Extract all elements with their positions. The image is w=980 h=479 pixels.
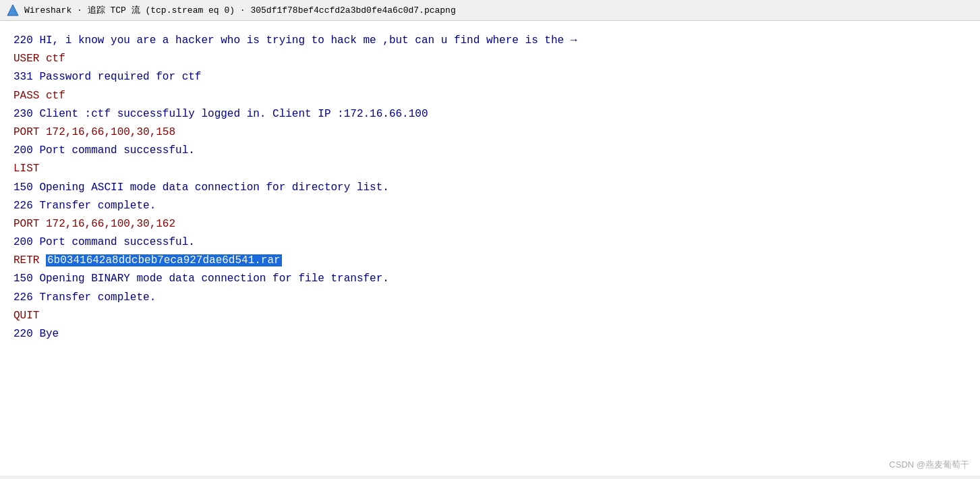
stream-line: 331 Password required for ctf [13, 68, 967, 86]
title-bar-text: Wireshark · 追踪 TCP 流 (tcp.stream eq 0) ·… [24, 4, 456, 16]
title-bar: Wireshark · 追踪 TCP 流 (tcp.stream eq 0) ·… [0, 0, 980, 21]
stream-line: 150 Opening ASCII mode data connection f… [13, 179, 967, 197]
stream-line: 220 HI, i know you are a hacker who is t… [13, 32, 967, 50]
stream-line: 150 Opening BINARY mode data connection … [13, 270, 967, 288]
stream-line: 200 Port command successful. [13, 233, 967, 252]
stream-line: 220 Bye [13, 325, 967, 343]
stream-line: QUIT [13, 307, 967, 325]
tcp-stream-content[interactable]: 220 HI, i know you are a hacker who is t… [0, 21, 980, 476]
stream-line: 226 Transfer complete. [13, 197, 967, 215]
wireshark-icon [7, 4, 19, 16]
stream-line: PASS ctf [13, 87, 967, 105]
watermark: CSDN @燕麦葡萄干 [889, 459, 969, 471]
stream-line: PORT 172,16,66,100,30,158 [13, 123, 967, 142]
stream-line: RETR 6b0341642a8ddcbeb7eca927dae6d541.ra… [13, 252, 967, 270]
stream-line: USER ctf [13, 50, 967, 68]
svg-marker-0 [7, 5, 18, 16]
stream-line: 226 Transfer complete. [13, 289, 967, 307]
stream-line: 230 Client :ctf successfully logged in. … [13, 105, 967, 123]
stream-line: 200 Port command successful. [13, 142, 967, 160]
stream-line: LIST [13, 160, 967, 178]
stream-line: PORT 172,16,66,100,30,162 [13, 215, 967, 233]
highlighted-filename: 6b0341642a8ddcbeb7eca927dae6d541.rar [46, 254, 282, 266]
